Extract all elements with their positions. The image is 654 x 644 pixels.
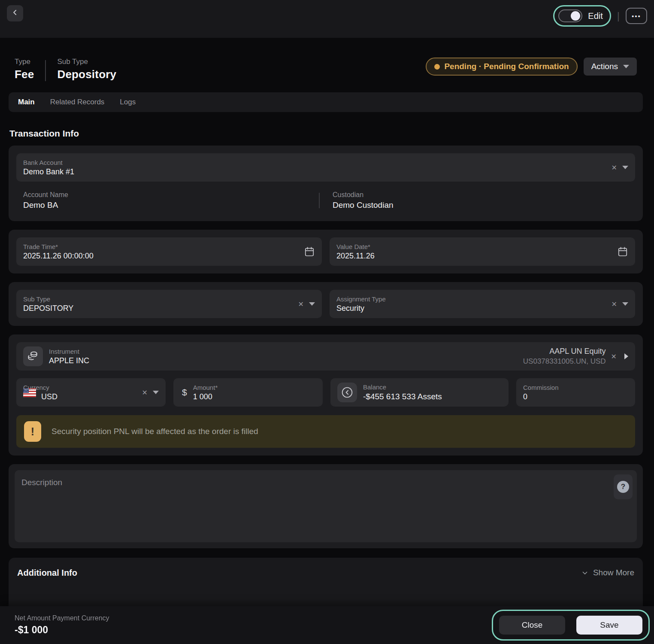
commission-value: 0 [523,392,628,401]
status-badge: Pending · Pending Confirmation [426,58,577,76]
more-options-button[interactable]: ••• [626,8,647,24]
description-field: ? [15,470,637,542]
clear-icon[interactable]: ✕ [612,164,617,172]
footer-bar: Net Amount Payment Currency -$1 000 Clos… [0,606,654,644]
section-title: Transaction Info [9,128,642,139]
status-badge-text: Pending · Pending Confirmation [444,62,569,71]
show-more-button[interactable]: Show More [581,568,634,577]
trade-time-field[interactable]: Trade Time* 2025.11.26 00:00:00 [16,237,322,266]
tab-related-records[interactable]: Related Records [50,98,105,106]
instrument-value: APPLE INC [49,356,523,365]
save-button[interactable]: Save [576,616,642,635]
footer-buttons-highlight: Close Save [492,610,650,641]
chevron-right-icon[interactable] [624,353,628,359]
net-amount-value: -$1 000 [15,624,109,636]
type-value: Fee [15,68,34,81]
record-header: Type Fee Sub Type Depository Pending · P… [9,58,643,81]
bank-account-value: Demo Bank #1 [23,167,606,176]
trade-time-label: Trade Time* [23,243,304,250]
dollar-icon: $ [182,387,187,398]
edit-toggle[interactable] [558,9,582,22]
amount-value: 1 000 [193,392,316,401]
balance-label: Balance [363,383,502,391]
assignment-type-label: Assignment Type [336,295,606,303]
chevron-down-icon [623,65,629,68]
additional-info-title: Additional Info [17,568,77,578]
coins-icon [23,346,43,366]
instrument-label: Instrument [49,348,523,355]
chevron-left-icon [11,8,19,18]
toggle-knob [571,11,580,21]
bank-account-label: Bank Account [23,159,606,166]
ellipsis-icon: ••• [632,12,641,20]
subtype-label: Sub Type [57,58,116,66]
divider [319,193,320,208]
arrow-left-circle-icon [337,383,357,402]
subtype-value: Depository [57,68,116,81]
question-mark-icon: ? [617,481,629,493]
value-date-label: Value Date* [336,243,617,250]
description-input[interactable] [15,470,637,542]
instrument-card: Instrument APPLE INC AAPL UN Equity US03… [9,334,643,456]
commission-label: Commission [523,384,628,391]
exclamation-icon: ! [24,421,41,442]
clear-icon[interactable]: ✕ [612,300,617,308]
tab-main[interactable]: Main [18,98,35,106]
balance-field: Balance -$455 613 533 Assets [330,378,509,407]
edit-toggle-highlight: Edit [553,5,611,27]
warning-banner: ! Security position PNL will be affected… [16,415,635,448]
tab-logs[interactable]: Logs [120,98,136,106]
account-name-label: Account Name [23,191,319,199]
amount-label: Amount* [193,384,316,391]
sub-type-label: Sub Type [23,295,293,303]
account-name-value: Demo BA [23,200,319,210]
chevron-down-icon[interactable] [153,391,159,394]
top-bar: Edit | ••• [0,0,654,38]
assignment-type-field[interactable]: Assignment Type Security ✕ [330,290,635,318]
dates-card: Trade Time* 2025.11.26 00:00:00 Value Da… [9,230,643,273]
commission-field: Commission 0 [516,378,635,407]
currency-value: USD [41,392,137,401]
clear-icon[interactable]: ✕ [142,389,148,397]
amount-field[interactable]: $ Amount* 1 000 [173,378,323,407]
tab-bar: Main Related Records Logs [9,92,643,112]
instrument-ticker: AAPL UN Equity [523,347,606,356]
close-button[interactable]: Close [499,616,565,635]
bank-account-field[interactable]: Bank Account Demo Bank #1 ✕ [16,153,635,182]
clear-icon[interactable]: ✕ [611,352,617,361]
balance-value: -$455 613 533 Assets [363,392,502,401]
trade-time-value: 2025.11.26 00:00:00 [23,252,304,261]
calendar-icon[interactable] [304,246,315,257]
warning-text: Security position PNL will be affected a… [51,427,258,436]
chevron-down-icon[interactable] [622,166,628,169]
edit-toggle-label: Edit [588,11,603,21]
custodian-value: Demo Custodian [333,200,628,210]
value-date-field[interactable]: Value Date* 2025.11.26 [330,237,635,266]
help-button[interactable]: ? [614,474,633,499]
type-card: Sub Type DEPOSITORY ✕ Assignment Type Se… [9,282,643,326]
type-label: Type [15,58,34,66]
status-dot-icon [434,64,440,70]
actions-button[interactable]: Actions [584,58,637,76]
back-button[interactable] [7,5,23,21]
instrument-identifier: US0378331005.UN, USD [523,357,606,366]
clear-icon[interactable]: ✕ [298,300,304,308]
sub-type-field[interactable]: Sub Type DEPOSITORY ✕ [16,290,322,318]
calendar-icon[interactable] [617,246,628,257]
bank-account-card: Bank Account Demo Bank #1 ✕ Account Name… [9,146,643,221]
currency-field[interactable]: Currency USD ✕ [16,378,166,407]
chevron-down-icon[interactable] [309,302,315,306]
chevron-down-icon[interactable] [622,302,628,306]
instrument-field[interactable]: Instrument APPLE INC AAPL UN Equity US03… [16,342,635,371]
net-amount-label: Net Amount Payment Currency [15,614,109,622]
description-card: ? [9,464,643,548]
main-content: Type Fee Sub Type Depository Pending · P… [0,38,654,626]
divider: | [617,10,620,22]
sub-type-value: DEPOSITORY [23,304,293,313]
value-date-value: 2025.11.26 [336,252,617,261]
divider [45,60,46,81]
assignment-type-value: Security [336,304,606,313]
currency-label: Currency [23,384,137,391]
chevron-down-icon [581,569,589,577]
custodian-label: Custodian [333,191,628,199]
